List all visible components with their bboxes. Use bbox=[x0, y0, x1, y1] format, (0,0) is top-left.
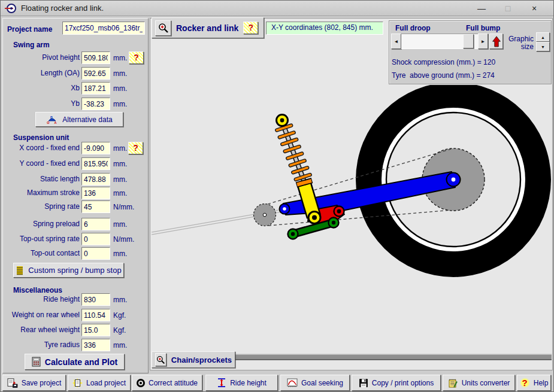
static-length-input[interactable] bbox=[81, 173, 110, 186]
x-coord-label: X coord - fixed end bbox=[4, 144, 80, 152]
spring-rate-label: Spring rate bbox=[4, 202, 80, 211]
scrollbar-track[interactable] bbox=[401, 34, 478, 49]
alternative-data-icon: B O A bbox=[46, 115, 58, 124]
pivot-height-input[interactable] bbox=[81, 51, 110, 64]
title-bar: Floating rocker and link. — □ × bbox=[1, 1, 553, 16]
units-converter-icon bbox=[448, 378, 458, 388]
tyre-above-ground-readout: Tyre above ground (mm.) = 274 bbox=[392, 71, 495, 80]
save-project-button[interactable]: Save project bbox=[2, 375, 66, 391]
project-name-label: Project name bbox=[7, 25, 52, 34]
maximum-stroke-label: Maximum stroke bbox=[4, 189, 80, 197]
y-coord-row: Y coord - fixed end mm. bbox=[3, 157, 148, 170]
load-project-button[interactable]: Load project bbox=[68, 375, 131, 391]
save-project-label: Save project bbox=[22, 379, 62, 387]
ride-height-icon bbox=[217, 378, 226, 388]
unit-label: mm. bbox=[113, 144, 127, 153]
unit-label: Kgf. bbox=[113, 311, 126, 320]
units-converter-label: Units converter bbox=[462, 379, 510, 387]
shock-spring bbox=[277, 115, 310, 181]
floppy-disk-icon bbox=[359, 378, 368, 388]
topout-contact-input[interactable] bbox=[81, 247, 110, 260]
unit-label: mm. bbox=[113, 160, 127, 168]
input-panel: Project name Swing arm Pivot height mm. … bbox=[2, 18, 149, 373]
pivot-height-label: Pivot height bbox=[4, 53, 80, 62]
topout-contact-row: Top-out contact mm. bbox=[3, 247, 148, 260]
goal-seeking-label: Goal seeking bbox=[301, 379, 343, 387]
suspension-help-button[interactable]: ? bbox=[128, 142, 143, 154]
x-coord-row: X coord - fixed end mm. bbox=[3, 142, 148, 154]
alternative-data-button[interactable]: B O A Alternative data bbox=[35, 112, 123, 127]
svg-text:A: A bbox=[55, 121, 57, 124]
maximum-stroke-input[interactable] bbox=[81, 187, 110, 199]
swing-arm-section-title: Swing arm bbox=[13, 41, 50, 49]
static-length-label: Static length bbox=[4, 175, 80, 183]
units-converter-button[interactable]: Units converter bbox=[443, 375, 515, 391]
front-sprocket bbox=[254, 204, 276, 226]
ride-height-label: Ride height bbox=[230, 379, 267, 387]
rocker-help-button[interactable]: ? bbox=[243, 22, 258, 34]
help-button[interactable]: ? Help bbox=[517, 375, 551, 391]
app-window: Floating rocker and link. — □ × Project … bbox=[0, 0, 554, 392]
correct-attitude-label: Correct attitude bbox=[149, 379, 198, 387]
x-coord-input[interactable] bbox=[81, 142, 110, 154]
unit-label: mm. bbox=[113, 84, 127, 93]
rocker-tab-label: Rocker and link bbox=[176, 23, 238, 33]
copy-print-options-button[interactable]: Copy / print options bbox=[352, 375, 441, 391]
spring-rate-input[interactable] bbox=[81, 200, 110, 213]
scroll-right-button[interactable]: ► bbox=[478, 34, 488, 49]
unit-label: mm. bbox=[113, 250, 127, 258]
static-length-row: Static length mm. bbox=[3, 173, 148, 186]
unit-label: mm. bbox=[113, 341, 127, 350]
correct-attitude-icon bbox=[137, 379, 145, 387]
save-project-icon bbox=[7, 378, 18, 388]
size-down-button[interactable]: ▼ bbox=[536, 42, 550, 51]
length-oa-input[interactable] bbox=[81, 67, 110, 80]
goal-seeking-button[interactable]: Goal seeking bbox=[280, 375, 350, 391]
topout-spring-rate-input[interactable] bbox=[81, 233, 110, 245]
yb-label: Yb bbox=[4, 99, 80, 108]
app-icon bbox=[7, 4, 16, 13]
tyre-radius-input[interactable] bbox=[81, 339, 110, 351]
yb-input[interactable] bbox=[81, 98, 110, 110]
swing-arm-help-button[interactable]: ? bbox=[129, 51, 144, 64]
help-icon: ? bbox=[520, 378, 530, 388]
graphic-size-spinner[interactable]: ▲ ▼ bbox=[536, 32, 550, 51]
scroll-left-button[interactable]: ◄ bbox=[391, 34, 401, 49]
weight-rear-wheel-row: Weight on rear wheel Kgf. bbox=[3, 309, 148, 321]
unit-label: mm. bbox=[113, 189, 127, 197]
zoom-chain-button[interactable] bbox=[155, 353, 166, 366]
ride-height-input[interactable] bbox=[81, 293, 110, 306]
tyre-radius-row: Tyre radius mm. bbox=[3, 339, 148, 351]
size-up-button[interactable]: ▲ bbox=[536, 32, 550, 42]
zoom-rocker-button[interactable] bbox=[155, 20, 171, 36]
rear-wheel-weight-input[interactable] bbox=[81, 324, 110, 336]
xb-input[interactable] bbox=[81, 82, 110, 95]
suspension-section-title: Suspension unit bbox=[13, 133, 69, 142]
correct-attitude-button[interactable]: Correct attitude bbox=[132, 375, 202, 391]
tab-chain-sprockets[interactable]: Chain/sprockets bbox=[152, 351, 235, 368]
travel-scrollbar[interactable]: ◄ ► bbox=[391, 34, 488, 49]
full-travel-button[interactable] bbox=[489, 34, 503, 49]
minimize-button[interactable]: — bbox=[468, 4, 495, 13]
scrollbar-thumb[interactable] bbox=[463, 34, 474, 48]
xb-row: Xb mm. bbox=[3, 82, 148, 95]
rear-wheel-weight-label: Rear wheel weight bbox=[4, 326, 80, 334]
y-coord-label: Y coord - fixed end bbox=[4, 159, 80, 168]
weight-rear-wheel-label: Weight on rear wheel bbox=[4, 311, 80, 319]
ground-bar bbox=[204, 354, 552, 360]
project-name-input[interactable] bbox=[62, 22, 145, 35]
weight-rear-wheel-input[interactable] bbox=[81, 309, 110, 321]
tab-rocker-and-link[interactable]: Rocker and link ? bbox=[152, 17, 264, 38]
unit-label: mm. bbox=[113, 69, 127, 78]
custom-spring-button[interactable]: Custom spring / bump stop bbox=[13, 263, 124, 278]
spring-preload-input[interactable] bbox=[81, 218, 110, 230]
unit-label: mm. bbox=[113, 175, 127, 184]
calculate-and-plot-button[interactable]: Calculate and Plot bbox=[25, 354, 125, 370]
maximize-button: □ bbox=[495, 4, 521, 13]
load-project-label: Load project bbox=[86, 379, 126, 387]
close-button[interactable]: × bbox=[521, 4, 547, 13]
ride-height-button[interactable]: Ride height bbox=[205, 375, 278, 391]
y-coord-input[interactable] bbox=[81, 157, 110, 170]
svg-text:O: O bbox=[47, 121, 50, 124]
yb-row: Yb mm. bbox=[3, 98, 148, 110]
